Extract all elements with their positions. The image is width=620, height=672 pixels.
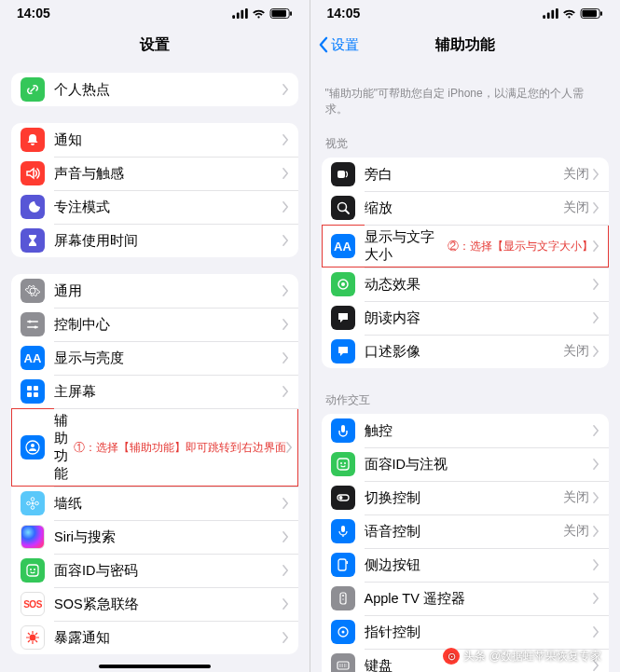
controlcenter-icon	[21, 312, 45, 336]
chevron-right-icon	[282, 201, 289, 213]
chevron-right-icon	[593, 169, 599, 180]
left-screen: 14:05 设置 个人热点通知声音与触感专注模式屏幕使用时间通用控制中心AA显示…	[0, 0, 310, 672]
back-label: 设置	[331, 36, 359, 54]
settings-row[interactable]: Siri与搜索	[11, 520, 298, 554]
settings-row[interactable]: 语音控制关闭	[322, 514, 610, 548]
settings-row[interactable]: 墙纸	[11, 487, 298, 520]
row-label: 语音控制	[365, 523, 564, 541]
chevron-right-icon	[286, 442, 293, 453]
audiodesc-icon	[331, 339, 355, 363]
chevron-right-icon	[282, 235, 289, 246]
row-label: 通用	[54, 282, 282, 300]
wifi-icon	[252, 8, 266, 19]
settings-row[interactable]: AA显示与文字大小②：选择【显示与文字大小】	[322, 225, 610, 267]
row-label: 控制中心	[54, 316, 282, 334]
touch-icon	[331, 418, 355, 443]
chevron-right-icon	[282, 565, 289, 576]
watermark: ⊙ 头条 @数据蛙苹果恢复专家	[443, 648, 601, 665]
status-indicators	[543, 8, 603, 19]
wifi-icon	[562, 8, 576, 19]
settings-group: 触控面容ID与注视切换控制关闭语音控制关闭侧边按钮Apple TV 遥控器指针控…	[322, 414, 610, 672]
general-icon	[21, 279, 45, 303]
faceid-attn-icon	[331, 452, 355, 476]
accessibility-list[interactable]: "辅助功能"可帮助您自定 iPhone，以满足您的个人需求。 视觉旁白关闭缩放关…	[310, 63, 621, 672]
settings-row[interactable]: 旁白关闭	[322, 158, 610, 191]
settings-group: 通用控制中心AA显示与亮度主屏幕辅助功能①：选择【辅助功能】即可跳转到右边界面墙…	[11, 274, 298, 654]
row-label: 缩放	[365, 199, 564, 217]
cellular-icon	[543, 8, 558, 19]
row-label: 侧边按钮	[365, 556, 594, 574]
status-indicators	[232, 8, 293, 19]
settings-row[interactable]: 通用	[11, 274, 298, 308]
settings-row[interactable]: 个人热点	[11, 73, 298, 106]
settings-row[interactable]: 暴露通知	[11, 621, 298, 654]
chevron-right-icon	[593, 425, 599, 436]
settings-row[interactable]: 指针控制	[322, 615, 610, 649]
chevron-right-icon	[593, 559, 599, 570]
battery-icon	[269, 8, 293, 19]
switchcontrol-icon	[331, 486, 355, 510]
settings-row[interactable]: 通知	[11, 123, 298, 157]
status-bar: 14:05	[0, 0, 310, 26]
row-label: Apple TV 遥控器	[365, 590, 594, 608]
exposure-icon	[21, 625, 45, 650]
back-button[interactable]: 设置	[318, 36, 359, 54]
row-label: 触控	[365, 422, 594, 440]
status-bar: 14:05	[310, 0, 621, 26]
settings-row[interactable]: 声音与触感	[11, 157, 298, 190]
settings-row[interactable]: 面容ID与注视	[322, 447, 610, 481]
annotation: ②：选择【显示与文字大小】	[448, 239, 593, 254]
settings-row[interactable]: 专注模式	[11, 190, 298, 224]
row-label: 朗读内容	[365, 309, 594, 327]
watermark-icon: ⊙	[443, 648, 460, 665]
spoken-icon	[331, 306, 355, 330]
settings-row[interactable]: 控制中心	[11, 308, 298, 341]
page-title: 辅助功能	[435, 35, 495, 55]
chevron-right-icon	[593, 346, 599, 357]
chevron-right-icon	[593, 202, 599, 213]
hotspot-icon	[21, 77, 45, 102]
intro-text: "辅助功能"可帮助您自定 iPhone，以满足您的个人需求。	[310, 63, 621, 123]
keyboards-icon	[331, 653, 355, 672]
settings-row[interactable]: 辅助功能①：选择【辅助功能】即可跳转到右边界面	[11, 408, 298, 487]
settings-row[interactable]: 口述影像关闭	[322, 335, 610, 368]
settings-list[interactable]: 个人热点通知声音与触感专注模式屏幕使用时间通用控制中心AA显示与亮度主屏幕辅助功…	[0, 63, 310, 672]
settings-row[interactable]: 面容ID与密码	[11, 554, 298, 587]
row-label: 个人热点	[54, 81, 282, 99]
settings-row[interactable]: SOSSOS紧急联络	[11, 587, 298, 621]
textsize-icon: AA	[331, 234, 355, 258]
settings-group: 旁白关闭缩放关闭AA显示与文字大小②：选择【显示与文字大小】动态效果朗读内容口述…	[322, 158, 610, 368]
row-label: 口述影像	[365, 343, 564, 361]
settings-row[interactable]: 切换控制关闭	[322, 481, 610, 514]
home-indicator[interactable]	[99, 665, 211, 668]
settings-row[interactable]: 触控	[322, 414, 610, 447]
row-label: 旁白	[365, 166, 564, 184]
faceid-icon	[21, 558, 45, 583]
annotation: ①：选择【辅助功能】即可跳转到右边界面	[74, 440, 286, 456]
settings-row[interactable]: 动态效果	[322, 267, 610, 301]
sounds-icon	[21, 161, 45, 185]
voiceover-icon	[331, 162, 355, 186]
pointer-icon	[331, 620, 355, 644]
row-label: 通知	[54, 131, 282, 149]
row-label: 面容ID与注视	[365, 456, 594, 473]
row-detail: 关闭	[563, 199, 589, 216]
settings-row[interactable]: 朗读内容	[322, 301, 610, 335]
notifications-icon	[21, 128, 45, 152]
row-label: SOS紧急联络	[54, 596, 282, 613]
chevron-right-icon	[282, 168, 289, 179]
cellular-icon	[232, 8, 248, 19]
settings-row[interactable]: 主屏幕	[11, 375, 298, 408]
row-label: 显示与文字大小	[365, 228, 443, 264]
settings-row[interactable]: Apple TV 遥控器	[322, 582, 610, 615]
chevron-right-icon	[593, 593, 599, 604]
settings-row[interactable]: 屏幕使用时间	[11, 224, 298, 257]
settings-row[interactable]: AA显示与亮度	[11, 341, 298, 375]
settings-row[interactable]: 侧边按钮	[322, 548, 610, 582]
row-label: Siri与搜索	[54, 528, 282, 546]
status-time: 14:05	[17, 6, 50, 21]
page-title: 设置	[140, 35, 170, 55]
chevron-right-icon	[282, 134, 289, 145]
section-header: 视觉	[310, 123, 621, 158]
settings-row[interactable]: 缩放关闭	[322, 191, 610, 225]
